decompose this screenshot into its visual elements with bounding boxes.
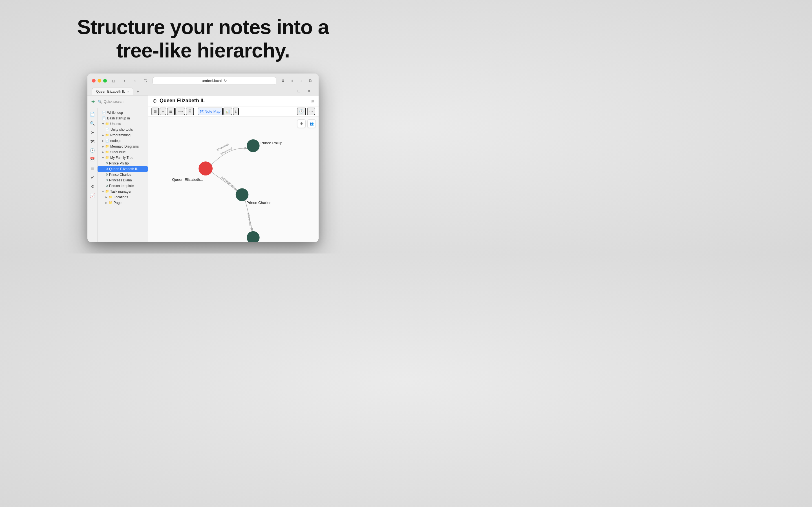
archive-icon[interactable]: 🗃 — [89, 165, 96, 172]
browser-window: ⊟ ‹ › 🛡 umbrel.local ↻ ⬇ ⬆ — [87, 73, 319, 242]
tree-item-steel-blue[interactable]: ▶ 📁 Steel Blue — [98, 149, 148, 155]
tree-item-bash-startup[interactable]: 📄 Bash startup m — [98, 115, 148, 121]
sidebar-tree: 📄 While loop 📄 Bash startup m ▶ 📁 Ubuntu — [98, 108, 148, 242]
tree-arrow-icon: ▶ — [105, 202, 107, 204]
node-prince-charles[interactable] — [236, 188, 249, 201]
tree-item-while-loop[interactable]: 📄 While loop — [98, 110, 148, 115]
tree-item-locations[interactable]: ▶ 📁 Locations — [98, 194, 148, 200]
toolbar-list2-button[interactable]: ⟹ — [175, 108, 185, 115]
forward-button[interactable]: › — [131, 78, 139, 84]
tree-item-family-tree[interactable]: ▶ 📁 My Family Tree — [98, 155, 148, 161]
search-nav-icon[interactable]: 🔍 — [89, 119, 96, 127]
new-tab-button[interactable]: + — [297, 78, 305, 84]
sidebar-content: 📄 🔍 ➤ 🗺 🕐 📅 🗃 ✔ ⟲ 📈 📄 While — [87, 108, 148, 242]
close-traffic-light[interactable] — [92, 79, 96, 82]
download-icon: ⬇ — [282, 78, 285, 83]
tree-item-label: Princess Diana — [109, 178, 132, 182]
folder-icon: 📁 — [105, 133, 109, 137]
tree-item-prince-phillip[interactable]: ⊙ Prince Phillip — [98, 161, 148, 166]
tree-item-unity-shortcuts[interactable]: 📄 Unity shortcuts — [98, 127, 148, 132]
tree-arrow-icon: ▶ — [105, 196, 107, 199]
browser-actions: ⬇ ⬆ + ⧉ — [279, 78, 314, 84]
window-maximize-button[interactable]: □ — [295, 88, 303, 94]
node-label-phillip: Prince Phillip — [260, 141, 283, 145]
toolbar-notemap-button[interactable]: 🗺 Note Map — [198, 108, 223, 115]
toolbar-history-button[interactable]: 🕐 — [297, 108, 306, 115]
archive-icon: 🗄 — [188, 109, 192, 114]
tree-item-page[interactable]: ▶ 📁 Page — [98, 200, 148, 206]
calendar-icon[interactable]: 📅 — [89, 156, 96, 163]
note-map[interactable]: ⚙ 👥 isPartnerOf isPa — [148, 117, 319, 242]
send-icon[interactable]: ➤ — [89, 128, 96, 136]
todo-icon[interactable]: ✔ — [89, 173, 96, 181]
tree-arrow-icon: ▶ — [102, 157, 105, 159]
hero-title: Structure your notes into a tree-like hi… — [77, 15, 329, 62]
back-button[interactable]: ‹ — [120, 78, 128, 84]
node-label-queen: Queen Elizabeth... — [172, 177, 203, 181]
expand-button[interactable]: ⊞ — [311, 99, 314, 103]
tree-item-queen-elizabeth[interactable]: ⊙ Queen Elizabeth II. — [98, 166, 148, 172]
toolbar-grid-button[interactable]: ⊞ — [151, 108, 159, 115]
analytics-icon[interactable]: 📈 — [89, 191, 96, 200]
tabs-button[interactable]: ⧉ — [306, 78, 314, 84]
people-icon: 👥 — [310, 122, 314, 126]
node-queen-elizabeth[interactable] — [199, 161, 213, 175]
maximize-traffic-light[interactable] — [103, 79, 107, 82]
tree-item-label: Task manager — [110, 189, 132, 193]
maximize-icon: □ — [298, 89, 300, 93]
app-container: ✦ 🔍 Quick search 📄 🔍 ➤ 🗺 🕐 📅 🗃 ✔ — [87, 96, 319, 242]
refresh-icon: ↻ — [224, 78, 227, 83]
download-button[interactable]: ⬇ — [279, 78, 287, 84]
map-controls: ⚙ 👥 — [297, 119, 316, 128]
note-title: Queen Elizabeth II. — [160, 98, 205, 104]
toolbar-list-button[interactable]: ☰ — [167, 108, 175, 115]
toolbar-info-button[interactable]: ℹ — [233, 108, 239, 115]
search-placeholder: Quick search — [104, 100, 123, 104]
app-logo-icon: ✦ — [91, 98, 96, 105]
tree-item-ubuntu[interactable]: ▶ 📁 Ubuntu — [98, 121, 148, 127]
note-icon: ⊙ — [105, 184, 108, 187]
shield-button[interactable]: 🛡 — [142, 78, 150, 84]
tree-item-label: Prince Charles — [109, 173, 132, 177]
url-text: umbrel.local — [202, 78, 221, 83]
sidebar-left-icons: 📄 🔍 ➤ 🗺 🕐 📅 🗃 ✔ ⟲ 📈 — [87, 108, 98, 242]
new-tab-plus-button[interactable]: + — [135, 88, 142, 95]
people-map-button[interactable]: 👥 — [307, 119, 316, 128]
file-icon: 📄 — [105, 139, 109, 143]
map-icon[interactable]: 🗺 — [89, 137, 96, 145]
url-bar[interactable]: umbrel.local ↻ — [153, 77, 276, 85]
tree-item-prince-charles[interactable]: ⊙ Prince Charles — [98, 172, 148, 177]
tab-close-button[interactable]: × — [127, 90, 129, 93]
tree-item-label: My Family Tree — [110, 156, 133, 160]
node-bottom[interactable] — [247, 231, 260, 242]
note-icon: ⊙ — [105, 178, 108, 182]
toolbar-archive-button[interactable]: 🗄 — [186, 108, 194, 115]
tree-item-princess-diana[interactable]: ⊙ Princess Diana — [98, 177, 148, 183]
quick-search[interactable]: 🔍 Quick search — [98, 100, 144, 104]
toolbar-settings-button[interactable]: ≡ — [160, 108, 166, 115]
window-minimize-button[interactable]: − — [285, 88, 293, 94]
shield-icon: 🛡 — [144, 78, 148, 83]
tree-item-nodejs[interactable]: ▶ 📄 node.js — [98, 138, 148, 144]
tree-item-mermaid[interactable]: ▶ 📁 Mermaid Diagrams — [98, 144, 148, 149]
tree-item-label: Prince Phillip — [109, 161, 129, 165]
share-button[interactable]: ⬆ — [288, 78, 296, 84]
plus-icon: + — [300, 78, 302, 83]
node-prince-phillip[interactable] — [247, 139, 260, 152]
minimize-traffic-light[interactable] — [98, 79, 101, 82]
notes-icon[interactable]: 📄 — [89, 110, 96, 118]
toolbar-more-button[interactable]: ⋯ — [307, 108, 315, 115]
filter-map-button[interactable]: ⚙ — [297, 119, 306, 128]
main-content: ⊙ Queen Elizabeth II. ⊞ ⊞ ≡ ☰ ⟹ — [148, 96, 319, 242]
tree-item-label: Person template — [109, 184, 134, 188]
sync-icon[interactable]: ⟲ — [89, 182, 96, 190]
tree-item-task-manager[interactable]: ▶ 📁 Task manager — [98, 189, 148, 194]
tree-item-person-template[interactable]: ⊙ Person template — [98, 183, 148, 189]
window-close-button[interactable]: × — [305, 88, 313, 94]
tree-item-programming[interactable]: ▶ 📁 Programming — [98, 132, 148, 138]
sidebar-toggle-button[interactable]: ⊟ — [110, 78, 117, 84]
toolbar-chart-button[interactable]: 📊 — [223, 108, 232, 115]
folder-icon: 📁 — [109, 195, 112, 199]
history-icon[interactable]: 🕐 — [89, 147, 96, 154]
active-tab[interactable]: Queen Elizabeth II. × — [92, 88, 133, 95]
